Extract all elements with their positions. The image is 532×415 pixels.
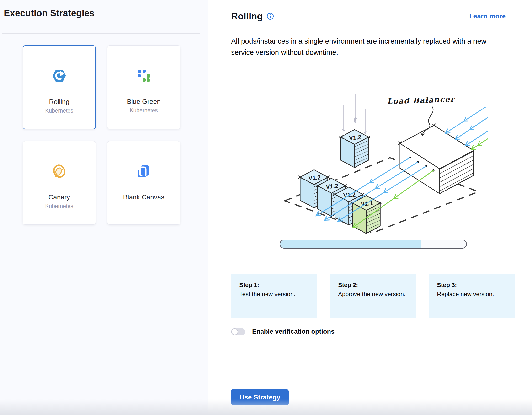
rolling-icon: [23, 68, 95, 84]
svg-text:V1.2: V1.2: [308, 174, 321, 181]
step-card-3: Step 3: Replace new version.: [429, 275, 515, 318]
strategy-card-blue-green[interactable]: Blue Green Kubernetes: [107, 45, 180, 129]
strategy-card-blank-canvas[interactable]: Blank Canvas: [107, 141, 180, 225]
canary-icon: [23, 163, 95, 179]
step-text: Replace new version.: [437, 291, 507, 298]
toggle-knob: [231, 328, 238, 335]
step-card-2: Step 2: Approve the new version.: [330, 275, 416, 318]
strategy-card-label: Canary: [23, 193, 95, 201]
deploy-strings: [344, 94, 365, 133]
step-title: Step 2:: [338, 282, 408, 288]
svg-text:V1.2: V1.2: [349, 134, 361, 141]
detail-header: Rolling Learn more: [231, 11, 506, 21]
step-card-1: Step 1: Test the new version.: [231, 275, 317, 318]
divider: [2, 33, 200, 34]
strategy-card-sublabel: Kubernetes: [23, 203, 95, 209]
load-balancer-box: [398, 124, 474, 194]
blue-green-icon: [107, 68, 180, 83]
strategy-card-sublabel: Kubernetes: [23, 108, 95, 114]
info-icon[interactable]: [266, 12, 274, 20]
strategy-card-sublabel: Kubernetes: [107, 107, 180, 114]
svg-text:V1.2: V1.2: [326, 182, 338, 190]
use-strategy-button[interactable]: Use Strategy: [231, 389, 289, 405]
strategy-card-canary[interactable]: Canary Kubernetes: [23, 141, 96, 225]
strategy-card-label: Rolling: [23, 98, 95, 106]
verification-toggle[interactable]: [231, 328, 245, 336]
step-title: Step 3:: [437, 282, 507, 288]
learn-more-link[interactable]: Learn more: [469, 12, 506, 20]
rollout-progress-bar: [280, 239, 467, 249]
pod-cube-v12-incoming: V1.2: [339, 129, 370, 168]
blank-canvas-icon: [107, 163, 180, 179]
step-text: Approve the new version.: [338, 291, 408, 298]
page-title: Execution Strategies: [4, 8, 95, 18]
strategy-description: All pods/instances in a single environme…: [231, 35, 511, 58]
step-card-row: Step 1: Test the new version. Step 2: Ap…: [231, 275, 515, 318]
verification-toggle-label: Enable verification options: [252, 328, 334, 336]
progress-fill: [280, 240, 421, 248]
step-title: Step 1:: [239, 282, 309, 288]
strategy-detail-panel: Rolling Learn more All pods/instances in…: [208, 0, 532, 415]
execution-strategies-panel: Execution Strategies Rolling Kubernetes: [0, 0, 208, 415]
strategy-card-label: Blank Canvas: [107, 193, 180, 201]
rolling-deployment-illustration: V1.2 V1.2 V1.2 V1.1: [278, 82, 488, 235]
verification-toggle-row: Enable verification options: [231, 328, 334, 336]
load-balancer-label: Load Balancer: [387, 95, 455, 106]
strategy-card-label: Blue Green: [107, 98, 180, 105]
strategy-card-grid: Rolling Kubernetes Blue Green Kubernetes: [23, 45, 180, 225]
strategy-card-rolling[interactable]: Rolling Kubernetes: [23, 45, 96, 129]
step-text: Test the new version.: [239, 291, 309, 298]
strategy-title: Rolling: [231, 11, 263, 21]
